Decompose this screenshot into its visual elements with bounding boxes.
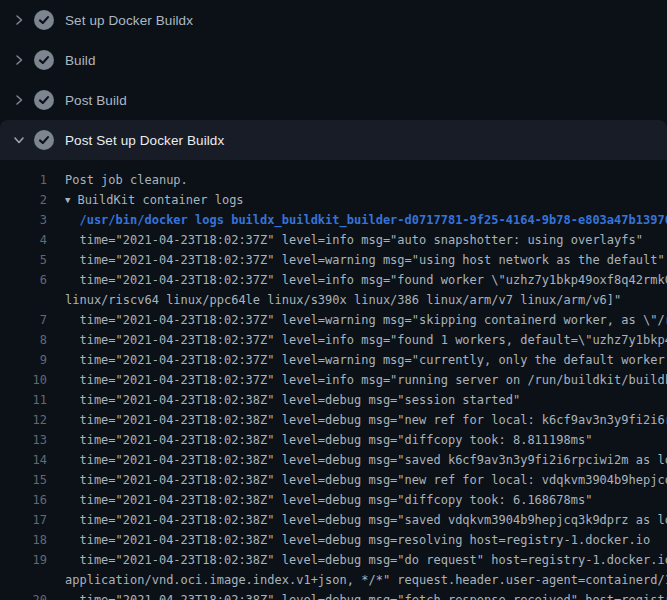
log-line-text: time="2021-04-23T18:02:37Z" level=info m…	[47, 330, 667, 350]
log-line-text: time="2021-04-23T18:02:38Z" level=debug …	[47, 530, 650, 550]
line-number[interactable]: 20	[0, 590, 47, 600]
log-line-text: time="2021-04-23T18:02:38Z" level=debug …	[47, 590, 667, 600]
line-number[interactable]: 6	[0, 270, 47, 290]
log-row: 4 time="2021-04-23T18:02:37Z" level=info…	[0, 230, 667, 250]
log-row: 16 time="2021-04-23T18:02:38Z" level=deb…	[0, 490, 667, 510]
step-label: Set up Docker Buildx	[65, 13, 193, 28]
log-line-text: linux/riscv64 linux/ppc64le linux/s390x …	[47, 290, 621, 310]
line-number[interactable]: 5	[0, 250, 47, 270]
check-circle-icon	[34, 10, 54, 30]
line-number[interactable]: 7	[0, 310, 47, 330]
log-line-text: ▼BuildKit container logs	[47, 190, 244, 210]
chevron-right-icon[interactable]	[12, 54, 26, 66]
line-number[interactable]: 9	[0, 350, 47, 370]
log-row: 11 time="2021-04-23T18:02:38Z" level=deb…	[0, 390, 667, 410]
step-header-post-build[interactable]: Post Build	[0, 80, 667, 120]
step-label: Post Set up Docker Buildx	[65, 133, 224, 148]
log-line-text: time="2021-04-23T18:02:37Z" level=info m…	[47, 270, 667, 290]
line-number[interactable]: 19	[0, 550, 47, 570]
step-label: Post Build	[65, 93, 127, 108]
group-title: BuildKit container logs	[77, 193, 243, 207]
step-header-post-set-up-docker-buildx[interactable]: Post Set up Docker Buildx	[0, 120, 667, 160]
log-row: 2▼BuildKit container logs	[0, 190, 667, 210]
log-row: 1Post job cleanup.	[0, 170, 667, 190]
log-line-text: time="2021-04-23T18:02:37Z" level=info m…	[47, 370, 667, 390]
log-line-text: time="2021-04-23T18:02:38Z" level=debug …	[47, 390, 520, 410]
line-number[interactable]: 2	[0, 190, 47, 210]
step-label: Build	[65, 53, 96, 68]
log-row: 13 time="2021-04-23T18:02:38Z" level=deb…	[0, 430, 667, 450]
line-number[interactable]: 8	[0, 330, 47, 350]
group-collapse-toggle-icon[interactable]: ▼	[65, 190, 70, 210]
check-circle-icon	[34, 90, 54, 110]
log-panel: 1Post job cleanup.2▼BuildKit container l…	[0, 160, 667, 600]
step-header-build[interactable]: Build	[0, 40, 667, 80]
line-number[interactable]: 13	[0, 430, 47, 450]
line-number[interactable]: 17	[0, 510, 47, 530]
line-number[interactable]: 16	[0, 490, 47, 510]
log-line-text: time="2021-04-23T18:02:37Z" level=warnin…	[47, 350, 667, 370]
line-number[interactable]: 10	[0, 370, 47, 390]
log-row: application/vnd.oci.image.index.v1+json,…	[0, 570, 667, 590]
log-row: 18 time="2021-04-23T18:02:38Z" level=deb…	[0, 530, 667, 550]
log-row: 12 time="2021-04-23T18:02:38Z" level=deb…	[0, 410, 667, 430]
check-circle-icon	[34, 50, 54, 70]
log-command-text: /usr/bin/docker logs buildx_buildkit_bui…	[47, 210, 667, 230]
log-line-text: application/vnd.oci.image.index.v1+json,…	[47, 570, 667, 590]
log-line-text: time="2021-04-23T18:02:38Z" level=debug …	[47, 490, 592, 510]
log-line-text: time="2021-04-23T18:02:37Z" level=info m…	[47, 230, 643, 250]
log-line-text: time="2021-04-23T18:02:38Z" level=debug …	[47, 510, 667, 530]
log-row: 9 time="2021-04-23T18:02:37Z" level=warn…	[0, 350, 667, 370]
line-number[interactable]: 4	[0, 230, 47, 250]
log-line-text: time="2021-04-23T18:02:38Z" level=debug …	[47, 550, 667, 570]
log-row: 19 time="2021-04-23T18:02:38Z" level=deb…	[0, 550, 667, 570]
line-number[interactable]: 18	[0, 530, 47, 550]
line-number[interactable]: 11	[0, 390, 47, 410]
workflow-log-viewer: Set up Docker BuildxBuildPost BuildPost …	[0, 0, 667, 600]
log-line-text: time="2021-04-23T18:02:38Z" level=debug …	[47, 450, 667, 470]
log-line-text: time="2021-04-23T18:02:38Z" level=debug …	[47, 410, 667, 430]
log-row: 15 time="2021-04-23T18:02:38Z" level=deb…	[0, 470, 667, 490]
check-circle-icon	[34, 130, 54, 150]
log-line-text: time="2021-04-23T18:02:37Z" level=warnin…	[47, 250, 665, 270]
log-row: 8 time="2021-04-23T18:02:37Z" level=info…	[0, 330, 667, 350]
log-row: 17 time="2021-04-23T18:02:38Z" level=deb…	[0, 510, 667, 530]
chevron-down-icon[interactable]	[12, 134, 26, 146]
log-row: 5 time="2021-04-23T18:02:37Z" level=warn…	[0, 250, 667, 270]
line-number	[0, 570, 47, 590]
line-number[interactable]: 12	[0, 410, 47, 430]
log-row: 10 time="2021-04-23T18:02:37Z" level=inf…	[0, 370, 667, 390]
step-header-set-up-docker-buildx[interactable]: Set up Docker Buildx	[0, 0, 667, 40]
step-list: Set up Docker BuildxBuildPost BuildPost …	[0, 0, 667, 160]
chevron-right-icon[interactable]	[12, 14, 26, 26]
log-row: linux/riscv64 linux/ppc64le linux/s390x …	[0, 290, 667, 310]
line-number[interactable]: 1	[0, 170, 47, 190]
log-row: 14 time="2021-04-23T18:02:38Z" level=deb…	[0, 450, 667, 470]
log-line-text: time="2021-04-23T18:02:38Z" level=debug …	[47, 430, 592, 450]
log-line-text: Post job cleanup.	[47, 170, 188, 190]
line-number[interactable]: 14	[0, 450, 47, 470]
log-row: 20 time="2021-04-23T18:02:38Z" level=deb…	[0, 590, 667, 600]
log-row: 3 /usr/bin/docker logs buildx_buildkit_b…	[0, 210, 667, 230]
line-number[interactable]: 15	[0, 470, 47, 490]
log-row: 6 time="2021-04-23T18:02:37Z" level=info…	[0, 270, 667, 290]
chevron-right-icon[interactable]	[12, 94, 26, 106]
line-number	[0, 290, 47, 310]
line-number[interactable]: 3	[0, 210, 47, 230]
log-line-text: time="2021-04-23T18:02:37Z" level=warnin…	[47, 310, 667, 330]
log-row: 7 time="2021-04-23T18:02:37Z" level=warn…	[0, 310, 667, 330]
log-line-text: time="2021-04-23T18:02:38Z" level=debug …	[47, 470, 667, 490]
